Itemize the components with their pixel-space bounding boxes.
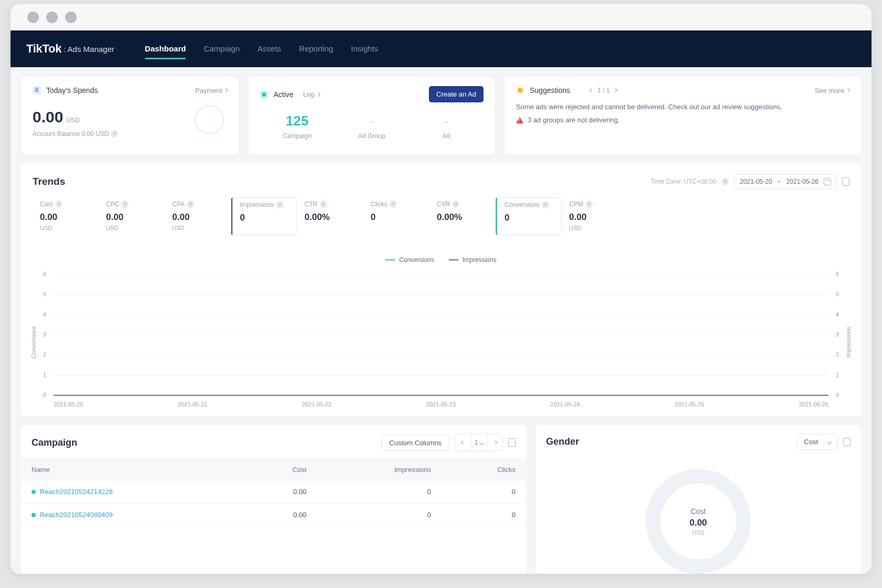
col-name[interactable]: Name	[21, 459, 242, 480]
brand-logo: TikTok : Ads Manager	[26, 42, 114, 56]
export-icon[interactable]	[843, 438, 850, 446]
metric-cost[interactable]: Cost ?0.00USD	[33, 197, 99, 235]
browser-frame: TikTok : Ads Manager DashboardCampaignAs…	[10, 4, 872, 574]
nav-item-campaign[interactable]: Campaign	[204, 44, 239, 54]
metric-cpm[interactable]: CPM ?0.00USD	[562, 197, 628, 235]
campaign-title: Campaign	[32, 437, 77, 448]
help-icon[interactable]: ?	[452, 201, 459, 208]
metric-clicks[interactable]: Clicks ?0	[363, 197, 429, 235]
spend-progress-ring	[195, 105, 224, 134]
metric-cvr[interactable]: CVR ?0.00%	[429, 197, 496, 235]
payment-label: Payment	[195, 87, 222, 94]
date-to: 2021-05-26	[786, 178, 818, 185]
date-range-picker[interactable]: 2021-05-20 ~ 2021-05-26	[734, 174, 837, 189]
active-status-label: Active	[274, 90, 293, 99]
browser-titlebar	[10, 4, 872, 30]
chart-area: Conversions Impressions 00112233445566 2…	[33, 274, 849, 411]
panel-gender: Gender Cost Cost 0.00 USD	[536, 425, 861, 574]
see-more-link[interactable]: See more	[815, 87, 849, 94]
help-icon[interactable]: ?	[390, 201, 397, 208]
active-col-ad-group: -Ad Group	[334, 113, 409, 140]
status-dot-icon	[32, 513, 36, 517]
help-icon[interactable]: ?	[121, 201, 129, 208]
nav-item-dashboard[interactable]: Dashboard	[145, 44, 186, 54]
suggestions-badge-icon	[516, 86, 524, 94]
window-dot	[65, 12, 77, 23]
card-todays-spends: ⠿ Today's Spends Payment 0.00USD Account…	[21, 77, 239, 154]
metric-cpa[interactable]: CPA ?0.00USD	[165, 197, 231, 235]
donut-center-value: 0.00	[689, 518, 707, 528]
help-icon[interactable]: ?	[276, 201, 284, 208]
warning-icon	[516, 117, 523, 123]
col-clicks[interactable]: Clicks	[442, 459, 526, 480]
log-link[interactable]: Log	[303, 90, 320, 98]
table-row[interactable]: Reach202105240804090.0000	[21, 503, 526, 527]
suggestions-pager: 1 / 1	[590, 87, 617, 94]
export-icon[interactable]	[842, 177, 849, 186]
chevron-down-icon	[827, 439, 832, 445]
legend-impressions[interactable]: Impressions	[449, 256, 497, 264]
donut-center-unit: USD	[692, 529, 704, 536]
export-icon[interactable]	[508, 438, 516, 447]
help-icon[interactable]: ?	[55, 201, 62, 208]
date-from: 2021-05-20	[740, 178, 772, 185]
suggestions-warning: 3 ad groups are not delivering.	[516, 116, 849, 124]
payment-link[interactable]: Payment	[195, 87, 227, 94]
trends-title: Trends	[33, 176, 65, 187]
metric-conversions[interactable]: Conversions ?0	[496, 197, 562, 235]
gender-donut-chart: Cost 0.00 USD	[646, 469, 751, 574]
top-nav: TikTok : Ads Manager DashboardCampaignAs…	[10, 30, 872, 67]
col-impressions[interactable]: Impressions	[317, 459, 442, 480]
x-tick: 2021-05-23	[426, 401, 456, 407]
brand-suffix: : Ads Manager	[64, 45, 114, 54]
help-icon[interactable]: ?	[111, 130, 118, 138]
account-balance: Account Balance 0.00 USD ?	[33, 130, 227, 138]
help-icon[interactable]: ?	[320, 201, 327, 208]
nav-item-reporting[interactable]: Reporting	[299, 44, 333, 54]
panel-trends: Trends Time Zone: UTC+08:00 ? 2021-05-20…	[21, 164, 861, 416]
spends-title: Today's Spends	[46, 86, 98, 94]
suggestions-message: Some ads were rejected and cannot be del…	[516, 103, 849, 111]
x-axis-ticks: 2021-05-202021-05-212021-05-222021-05-23…	[54, 401, 828, 407]
card-active: Active Log Create an Ad 125Campaign-Ad G…	[248, 77, 495, 154]
metric-ctr[interactable]: CTR ?0.00%	[297, 197, 363, 235]
campaign-name-link[interactable]: Reach20210524214226	[32, 488, 231, 496]
window-dot	[46, 12, 58, 23]
page-content: ⠿ Today's Spends Payment 0.00USD Account…	[10, 67, 872, 574]
chevron-right-icon[interactable]	[613, 88, 617, 92]
metric-impressions[interactable]: Impressions ?0	[231, 197, 297, 235]
active-status-icon	[260, 90, 268, 99]
help-icon[interactable]: ?	[721, 178, 729, 185]
card-suggestions: Suggestions 1 / 1 See more Some ads were…	[505, 77, 861, 154]
date-tilde: ~	[778, 178, 781, 185]
nav-item-assets[interactable]: Assets	[258, 44, 281, 54]
help-icon[interactable]: ?	[542, 201, 549, 208]
table-row[interactable]: Reach202105242142260.0000	[21, 480, 526, 503]
chevron-left-icon[interactable]	[590, 88, 594, 92]
timezone-label: Time Zone: UTC+08:00	[650, 178, 716, 185]
page-number[interactable]: 1	[471, 434, 487, 451]
custom-columns-button[interactable]: Custom Columns	[381, 435, 449, 451]
x-tick: 2021-05-22	[302, 401, 331, 407]
create-ad-button[interactable]: Create an Ad	[429, 86, 484, 102]
page-next-button[interactable]	[487, 434, 502, 451]
spends-badge-icon: ⠿	[33, 86, 41, 94]
nav-item-insights[interactable]: Insights	[351, 44, 379, 54]
campaign-name-link[interactable]: Reach20210524080409	[32, 511, 231, 519]
col-cost[interactable]: Cost	[242, 459, 317, 480]
donut-center-label: Cost	[691, 507, 706, 516]
x-tick: 2021-05-24	[550, 401, 580, 407]
chevron-right-icon	[846, 88, 850, 92]
page-prev-button[interactable]	[455, 434, 471, 451]
x-tick: 2021-05-20	[54, 401, 83, 407]
metric-cpc[interactable]: CPC ?0.00USD	[99, 197, 165, 235]
gender-metric-select[interactable]: Cost	[797, 434, 838, 450]
campaign-table: NameCostImpressionsClicks Reach202105242…	[21, 459, 526, 527]
help-icon[interactable]: ?	[585, 201, 593, 208]
legend-conversions[interactable]: Conversions	[385, 256, 434, 264]
gender-title: Gender	[546, 436, 579, 447]
active-col-campaign: 125Campaign	[260, 113, 334, 140]
window-dot	[27, 12, 39, 23]
x-tick: 2021-05-26	[799, 401, 828, 407]
help-icon[interactable]: ?	[187, 201, 194, 208]
